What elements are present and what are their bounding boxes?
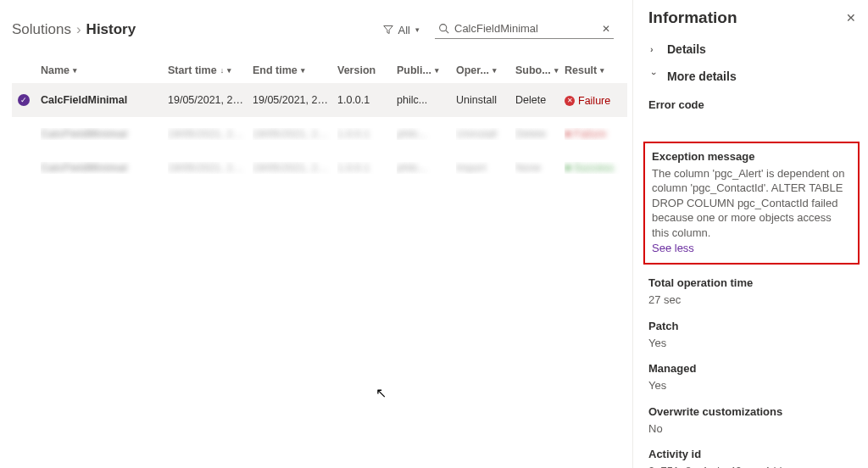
info-panel: Information ✕ › Details › More details E… [632, 0, 868, 468]
total-time-value: 27 sec [648, 293, 681, 306]
exception-highlight: Exception message The column 'pgc_Alert'… [643, 142, 860, 265]
exception-value: The column 'pgc_Alert' is dependent on c… [652, 166, 851, 241]
col-result[interactable]: Result▾ [565, 64, 627, 76]
chevron-down-icon: ▾ [227, 66, 231, 75]
table-row[interactable]: ✓ CalcFieldMinimal 19/05/2021, 23:24 19/… [12, 83, 627, 117]
sort-desc-icon: ↓ [220, 66, 225, 75]
filter-dropdown[interactable]: All ▾ [380, 22, 423, 38]
cell-end: 19/05/2021, 23:11 [253, 162, 337, 174]
cell-version: 1.0.0.1 [337, 128, 397, 140]
activity-id-label: Activity id [648, 448, 856, 460]
search-icon [438, 23, 449, 34]
managed-label: Managed [648, 362, 856, 375]
patch-label: Patch [648, 320, 856, 332]
filter-label: All [398, 24, 410, 36]
col-name[interactable]: Name▾ [41, 64, 168, 76]
activity-id-value: 2a751e8a-4ade-40ea-a4dd-7246b2aa6639 [648, 465, 786, 468]
cell-operation: Uninstall [456, 94, 515, 106]
cell-publisher: philc... [397, 94, 456, 106]
cell-version: 1.0.0.1 [337, 162, 397, 174]
exception-label: Exception message [652, 150, 851, 163]
chevron-right-icon: › [650, 44, 659, 54]
see-less-link[interactable]: See less [652, 242, 694, 254]
cell-start: 19/05/2021, 23:19 [168, 128, 253, 140]
chevron-down-icon: ▾ [415, 25, 420, 34]
error-icon: ✕ [565, 96, 575, 106]
cell-name: CalcFieldMinimal [41, 128, 168, 140]
cell-start: 19/05/2021, 23:24 [168, 94, 253, 106]
total-time-label: Total operation time [648, 276, 856, 289]
cell-result: ■ Success [565, 162, 627, 174]
col-end[interactable]: End time▾ [253, 64, 337, 76]
cell-operation: Import [456, 162, 515, 174]
breadcrumb: Solutions › History [12, 21, 136, 38]
cell-end: 19/05/2021, 23:19 [253, 128, 337, 140]
cell-suboperation: None [515, 162, 565, 174]
cell-name: CalcFieldMinimal [41, 162, 168, 174]
cell-result: ✕Failure [565, 93, 627, 107]
chevron-down-icon: ▾ [73, 66, 77, 75]
cell-name: CalcFieldMinimal [41, 94, 168, 106]
cell-publisher: philc... [397, 162, 456, 174]
table-row[interactable]: CalcFieldMinimal 19/05/2021, 23:11 19/05… [12, 151, 627, 185]
cell-publisher: philc... [397, 128, 456, 140]
chevron-down-icon: ▾ [600, 66, 604, 75]
section-details[interactable]: › Details [648, 37, 856, 64]
chevron-down-icon: ▾ [301, 66, 305, 75]
chevron-down-icon: ▾ [492, 66, 497, 75]
managed-value: Yes [648, 379, 666, 392]
panel-title: Information [648, 8, 737, 27]
svg-line-1 [446, 31, 448, 33]
table-row[interactable]: CalcFieldMinimal 19/05/2021, 23:19 19/05… [12, 117, 627, 151]
cell-start: 19/05/2021, 23:11 [168, 162, 253, 174]
cell-suboperation: Delete [515, 94, 565, 106]
clear-search-icon[interactable]: ✕ [602, 23, 610, 35]
cell-result: ■ Failure [565, 128, 627, 140]
cell-end: 19/05/2021, 23:24 [253, 94, 337, 106]
error-code-label: Error code [648, 98, 856, 111]
search-box[interactable]: ✕ [435, 20, 614, 39]
svg-point-0 [440, 25, 447, 31]
section-more-details[interactable]: › More details [648, 64, 856, 92]
breadcrumb-separator: › [76, 21, 81, 38]
chevron-down-icon: ▾ [435, 66, 439, 75]
cell-version: 1.0.0.1 [337, 94, 397, 106]
filter-icon [383, 25, 393, 35]
close-icon[interactable]: ✕ [846, 11, 856, 25]
table-header: Name▾ Start time↓▾ End time▾ Version Pub… [12, 58, 627, 83]
cell-suboperation: Delete [515, 128, 565, 140]
col-publisher[interactable]: Publi...▾ [397, 64, 456, 76]
patch-value: Yes [648, 337, 666, 349]
col-suboperation[interactable]: Subo...▾ [515, 64, 565, 76]
overwrite-label: Overwrite customizations [648, 405, 856, 418]
breadcrumb-root[interactable]: Solutions [12, 21, 71, 38]
col-operation[interactable]: Oper...▾ [456, 64, 515, 76]
col-start[interactable]: Start time↓▾ [168, 64, 253, 76]
breadcrumb-current: History [86, 21, 136, 38]
overwrite-value: No [648, 422, 663, 435]
search-input[interactable] [454, 22, 597, 35]
row-selected-icon: ✓ [17, 93, 31, 107]
chevron-down-icon: › [649, 72, 659, 81]
history-table: Name▾ Start time↓▾ End time▾ Version Pub… [12, 58, 627, 185]
cell-operation: Uninstall [456, 128, 515, 140]
chevron-down-icon: ▾ [554, 66, 559, 75]
col-version[interactable]: Version [337, 64, 397, 76]
